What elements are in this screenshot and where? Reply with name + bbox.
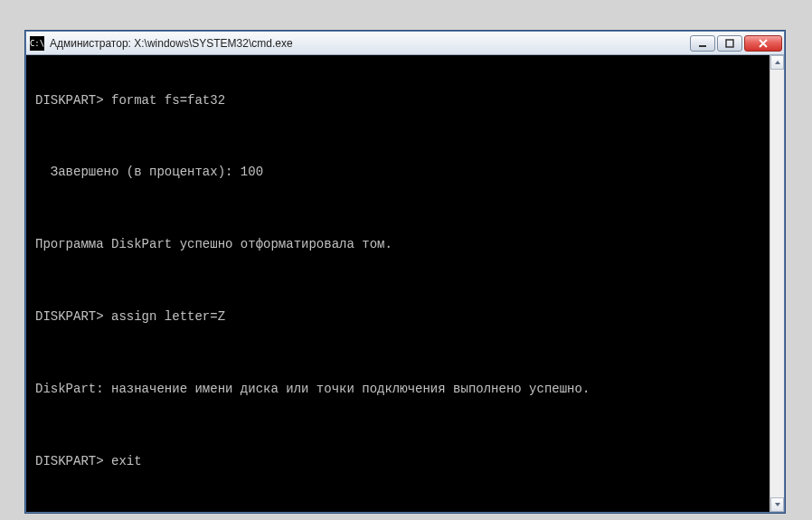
cmd-window: C:\ Администратор: X:\windows\SYSTEM32\c…	[25, 31, 785, 513]
cmd-icon: C:\	[30, 36, 44, 51]
window-controls	[690, 35, 782, 52]
terminal-output[interactable]: DISKPART> format fs=fat32 Завершено (в п…	[26, 55, 784, 512]
vertical-scrollbar[interactable]	[770, 55, 784, 512]
terminal-line: Программа DiskPart успешно отформатирова…	[35, 232, 775, 257]
svg-rect-0	[699, 45, 706, 47]
svg-rect-1	[726, 40, 733, 47]
minimize-button[interactable]	[690, 35, 715, 52]
terminal-line: DISKPART> assign letter=Z	[35, 305, 775, 329]
terminal-line: DISKPART> exit	[35, 449, 775, 474]
scroll-track[interactable]	[770, 70, 784, 497]
terminal-line: Завершено (в процентах): 100	[35, 160, 775, 184]
scroll-up-button[interactable]	[770, 55, 784, 70]
terminal-line: DISKPART> format fs=fat32	[35, 89, 775, 113]
scroll-down-button[interactable]	[770, 497, 784, 512]
titlebar[interactable]: C:\ Администратор: X:\windows\SYSTEM32\c…	[26, 32, 784, 55]
window-title: Администратор: X:\windows\SYSTEM32\cmd.e…	[50, 37, 690, 50]
close-button[interactable]	[744, 35, 782, 52]
maximize-button[interactable]	[717, 35, 742, 52]
terminal-line: DiskPart: назначение имени диска или точ…	[35, 377, 775, 402]
